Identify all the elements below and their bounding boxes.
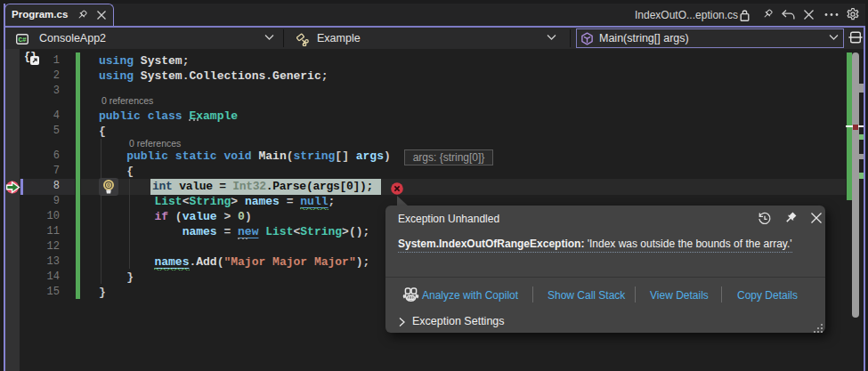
svg-text:C#: C# bbox=[18, 36, 27, 44]
